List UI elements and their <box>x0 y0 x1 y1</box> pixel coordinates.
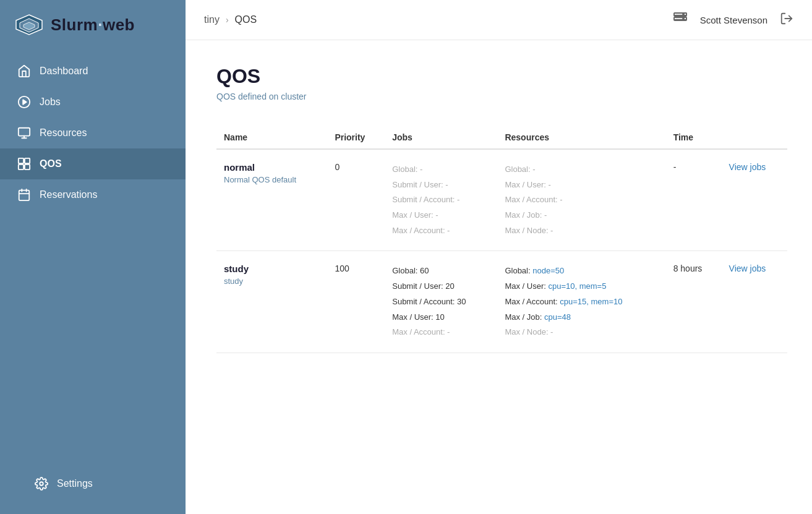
qos-icon <box>17 157 31 171</box>
res-max-user-label2: Max / User: <box>505 281 548 291</box>
svg-point-26 <box>683 18 684 19</box>
sidebar-nav: Dashboard Jobs Resources <box>0 49 186 457</box>
view-jobs-link[interactable]: View jobs <box>729 162 766 172</box>
res-max-job-val: - <box>544 210 547 220</box>
page-title: QOS <box>216 65 787 88</box>
time-value: - <box>673 162 677 172</box>
home-icon <box>17 64 31 78</box>
sidebar-item-jobs[interactable]: Jobs <box>0 87 186 118</box>
breadcrumb-page: QOS <box>235 14 257 25</box>
settings-icon <box>35 477 48 490</box>
sidebar-item-resources[interactable]: Resources <box>0 118 186 148</box>
table-row: study study 100 Global: 60 Submit / User… <box>216 251 787 353</box>
res-max-job-label2: Max / Job: <box>505 312 544 322</box>
sidebar-item-dashboard[interactable]: Dashboard <box>0 56 186 87</box>
svg-rect-10 <box>19 165 24 169</box>
res-max-user-val: - <box>548 180 550 189</box>
cube-icon <box>17 126 31 140</box>
priority-value: 0 <box>335 162 340 172</box>
col-resources: Resources <box>497 126 665 149</box>
jobs-max-account-val: - <box>447 226 450 235</box>
res-max-node-label: Max / Node: <box>505 226 550 235</box>
breadcrumb-cluster[interactable]: tiny <box>204 14 220 25</box>
res-max-node-label2: Max / Node: <box>505 327 550 336</box>
sidebar-item-label: Dashboard <box>40 66 88 77</box>
sidebar: Slurm·web Dashboard Jobs <box>0 0 186 514</box>
jobs-global-val: - <box>420 165 422 174</box>
svg-rect-5 <box>19 128 30 136</box>
jobs-max-user-val2: 10 <box>435 312 444 322</box>
content-area: QOS QOS defined on cluster Name Priority… <box>186 40 812 514</box>
sidebar-settings-label: Settings <box>57 478 93 489</box>
res-max-user-label: Max / User: <box>505 180 548 189</box>
svg-rect-9 <box>25 158 30 163</box>
svg-rect-8 <box>19 158 24 163</box>
sidebar-item-qos[interactable]: QOS <box>0 148 186 179</box>
row-priority-cell: 100 <box>327 251 385 353</box>
col-jobs: Jobs <box>385 126 497 149</box>
jobs-max-user-label: Max / User: <box>392 210 435 220</box>
header-right: Scott Stevenson <box>673 11 793 28</box>
res-max-node-val: - <box>550 226 553 235</box>
svg-marker-4 <box>23 100 27 104</box>
resources-details: Global: node=50 Max / User: cpu=10, mem=… <box>505 263 658 340</box>
play-circle-icon <box>17 95 31 109</box>
qos-desc: Normal QOS default <box>224 175 320 184</box>
row-jobs-cell: Global: 60 Submit / User: 20 Submit / Ac… <box>385 251 497 353</box>
sidebar-item-settings[interactable]: Settings <box>17 468 168 499</box>
jobs-submit-user-val2: 20 <box>445 281 454 291</box>
main-content: tiny › QOS Scott Stevenson <box>186 0 812 514</box>
res-max-account-label: Max / Account: <box>505 195 560 204</box>
res-max-account-val: - <box>560 195 562 204</box>
row-resources-cell: Global: node=50 Max / User: cpu=10, mem=… <box>497 251 665 353</box>
logout-icon[interactable] <box>780 12 793 28</box>
res-max-user-val2: cpu=10, mem=5 <box>548 281 606 291</box>
jobs-max-user-val: - <box>435 210 438 220</box>
svg-point-25 <box>683 14 684 15</box>
res-max-job-val2: cpu=48 <box>544 312 571 322</box>
page-subtitle: QOS defined on cluster <box>216 92 787 101</box>
breadcrumb: tiny › QOS <box>204 14 257 25</box>
time-value: 8 hours <box>673 263 703 273</box>
sidebar-item-label: Resources <box>40 127 87 139</box>
jobs-submit-user-label: Submit / User: <box>392 180 445 189</box>
col-name: Name <box>216 126 327 149</box>
jobs-global-val2: 60 <box>420 266 429 275</box>
user-name: Scott Stevenson <box>700 15 767 25</box>
sidebar-footer: Settings <box>0 457 186 514</box>
priority-value: 100 <box>335 263 349 273</box>
svg-point-16 <box>40 482 43 486</box>
qos-name: normal <box>224 162 320 173</box>
qos-table: Name Priority Jobs Resources Time normal… <box>216 126 787 353</box>
row-name-cell: normal Normal QOS default <box>216 149 327 251</box>
res-max-job-label: Max / Job: <box>505 210 544 220</box>
resources-details: Global: - Max / User: - Max / Account: -… <box>505 162 658 238</box>
svg-rect-12 <box>19 191 30 201</box>
jobs-max-user-label2: Max / User: <box>392 312 435 322</box>
row-actions-cell: View jobs <box>722 149 787 251</box>
row-time-cell: 8 hours <box>666 251 722 353</box>
calendar-icon <box>17 188 31 202</box>
header: tiny › QOS Scott Stevenson <box>186 0 812 40</box>
table-header: Name Priority Jobs Resources Time <box>216 126 787 149</box>
jobs-global-label: Global: <box>392 165 420 174</box>
sidebar-item-label: Reservations <box>40 189 97 200</box>
svg-rect-11 <box>25 165 30 169</box>
jobs-max-account-label: Max / Account: <box>392 226 447 235</box>
col-actions <box>722 126 787 149</box>
cluster-icon[interactable] <box>673 11 688 28</box>
sidebar-item-reservations[interactable]: Reservations <box>0 179 186 210</box>
jobs-submit-account-label2: Submit / Account: <box>392 297 457 306</box>
jobs-submit-account-label: Submit / Account: <box>392 195 457 204</box>
jobs-submit-account-val2: 30 <box>457 297 466 306</box>
jobs-submit-user-label2: Submit / User: <box>392 281 445 291</box>
jobs-global-label2: Global: <box>392 266 420 275</box>
res-global-label2: Global: <box>505 266 532 275</box>
qos-name: study <box>224 263 320 274</box>
jobs-max-account-val2: - <box>447 327 450 336</box>
col-time: Time <box>666 126 722 149</box>
res-max-account-label2: Max / Account: <box>505 297 560 306</box>
res-global-label: Global: <box>505 165 532 174</box>
view-jobs-link[interactable]: View jobs <box>729 263 766 273</box>
res-max-node-val2: - <box>550 327 553 336</box>
